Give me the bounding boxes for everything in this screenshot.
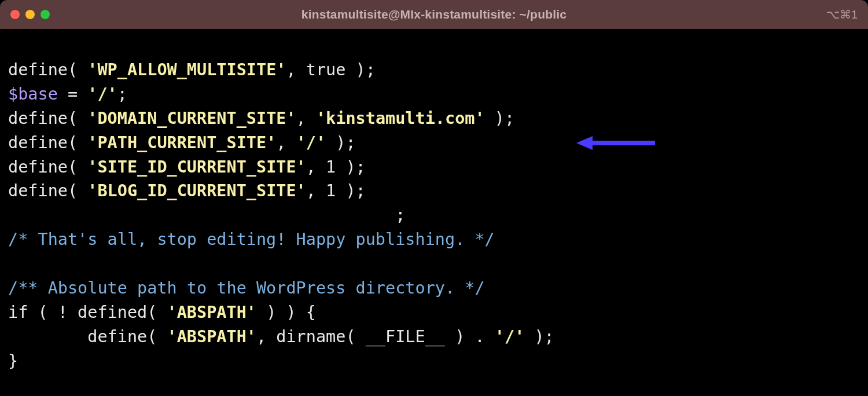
code-token: , 1 );: [306, 181, 366, 200]
code-string: '/': [495, 327, 524, 346]
terminal-body[interactable]: define( 'WP_ALLOW_MULTISITE', true ); $b…: [0, 29, 868, 396]
code-token: ;: [117, 85, 127, 104]
code-content: define( 'WP_ALLOW_MULTISITE', true ); $b…: [8, 58, 860, 373]
code-token: =: [58, 85, 87, 104]
code-token: );: [485, 109, 514, 128]
code-variable: $base: [8, 85, 58, 104]
titlebar: kinstamultisite@MIx-kinstamultisite: ~/p…: [0, 0, 868, 29]
code-token: define(: [8, 109, 87, 128]
code-token: ;: [8, 206, 405, 225]
maximize-button[interactable]: [41, 10, 50, 19]
code-token: define(: [8, 133, 87, 152]
code-token: }: [8, 351, 18, 371]
code-string: '/': [87, 85, 117, 104]
window-title: kinstamultisite@MIx-kinstamultisite: ~/p…: [301, 8, 567, 21]
titlebar-shortcut: ⌥⌘1: [826, 8, 858, 21]
code-token: );: [326, 133, 355, 152]
code-token: ,: [276, 133, 296, 152]
minimize-button[interactable]: [25, 10, 35, 19]
code-token: );: [524, 327, 554, 346]
code-token: ) .: [445, 327, 495, 346]
svg-marker-1: [576, 136, 593, 150]
code-token: define(: [8, 157, 87, 177]
code-token: , 1 );: [306, 157, 366, 177]
code-string: 'ABSPATH': [167, 303, 256, 322]
code-token: , dirname(: [256, 327, 366, 346]
code-token: ) ) {: [256, 303, 316, 322]
code-magic-constant: __FILE__: [366, 327, 445, 346]
code-string: '/': [296, 133, 326, 152]
annotation-arrow-icon: [576, 134, 657, 152]
code-string: 'DOMAIN_CURRENT_SITE': [87, 109, 296, 128]
code-string: 'PATH_CURRENT_SITE': [87, 133, 276, 152]
terminal-window: kinstamultisite@MIx-kinstamultisite: ~/p…: [0, 0, 868, 396]
code-string: 'ABSPATH': [167, 327, 256, 346]
code-string: 'BLOG_ID_CURRENT_SITE': [87, 181, 306, 200]
code-token: if ( ! defined(: [8, 303, 167, 322]
code-token: define(: [8, 327, 167, 346]
code-string: 'SITE_ID_CURRENT_SITE': [87, 157, 306, 177]
code-string: 'kinstamulti.com': [316, 109, 485, 128]
close-button[interactable]: [10, 10, 20, 19]
code-comment: /* That's all, stop editing! Happy publi…: [8, 230, 495, 249]
traffic-lights: [10, 10, 50, 19]
code-token: ,: [296, 109, 316, 128]
code-string: 'WP_ALLOW_MULTISITE': [87, 60, 286, 79]
code-token: define(: [8, 181, 87, 200]
code-comment: /** Absolute path to the WordPress direc…: [8, 278, 485, 298]
code-token: , true );: [286, 60, 375, 79]
code-token: define(: [8, 60, 87, 79]
